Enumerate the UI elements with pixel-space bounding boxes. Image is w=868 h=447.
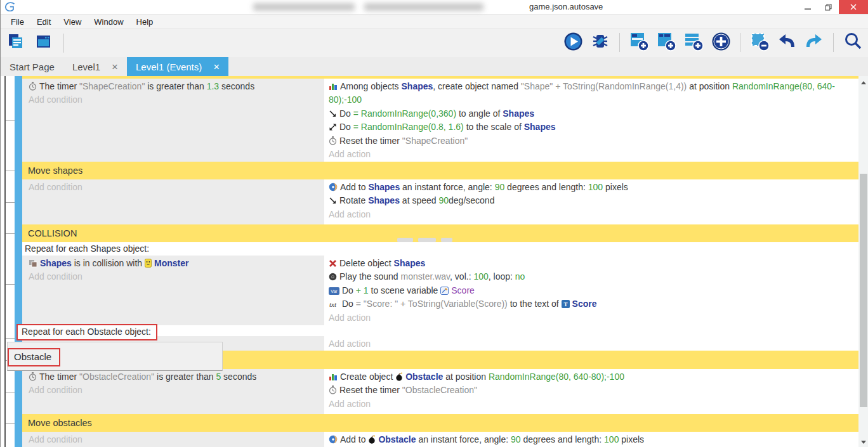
close-button[interactable] bbox=[839, 0, 868, 14]
search-button[interactable] bbox=[843, 32, 863, 53]
event-action[interactable]: Reset the timer "ObstacleCreation" bbox=[329, 384, 858, 397]
event-text-segment: Do bbox=[339, 108, 353, 119]
event-text-segment: Monster bbox=[154, 258, 188, 268]
add-condition-link[interactable]: Add condition bbox=[29, 93, 324, 107]
event-condition[interactable]: Shapes is in collision with Monster bbox=[29, 257, 324, 270]
triangle-down-icon bbox=[861, 441, 866, 444]
event-text-segment: to angle of bbox=[456, 108, 503, 119]
tab-bar: Start PageLevel1×Level1 (Events)× bbox=[1, 57, 868, 76]
add-condition-link[interactable]: Add condition bbox=[29, 433, 324, 446]
tab-close-icon[interactable]: × bbox=[112, 62, 118, 72]
remove-event-button[interactable] bbox=[749, 32, 770, 53]
menu-item-edit[interactable]: Edit bbox=[30, 15, 57, 29]
undo-button[interactable] bbox=[777, 32, 797, 53]
event-action[interactable]: VarDo + 1 to scene variable Score bbox=[329, 284, 858, 297]
event-text-segment: , create object named bbox=[433, 81, 521, 91]
event-action[interactable]: Delete object Shapes bbox=[329, 257, 858, 270]
add-event-button[interactable] bbox=[629, 32, 649, 53]
event-condition[interactable]: The timer "ShapeCreation" is greater tha… bbox=[29, 80, 324, 93]
force-icon bbox=[329, 434, 340, 444]
event-text-segment: Rotate bbox=[339, 195, 368, 205]
add-action-link[interactable]: Add action bbox=[329, 208, 858, 221]
add-comment-button[interactable] bbox=[683, 32, 704, 53]
add-action-link[interactable]: Add action bbox=[329, 398, 858, 411]
event-drag-bar[interactable] bbox=[15, 242, 22, 325]
event-rename-input[interactable]: Repeat for each Obstacle object: bbox=[16, 324, 157, 340]
add-condition-link[interactable]: Add condition bbox=[29, 384, 324, 397]
scale-icon bbox=[329, 122, 339, 132]
search-icon bbox=[843, 32, 863, 54]
event-text-segment: monster.wav bbox=[401, 271, 450, 282]
add-action-link[interactable]: Add action bbox=[329, 311, 858, 325]
event-text-segment: pixels bbox=[603, 182, 628, 192]
scrollbar-thumb[interactable] bbox=[860, 174, 867, 407]
event-header[interactable]: Repeat for each Shapes object: bbox=[22, 242, 858, 256]
menu-item-help[interactable]: Help bbox=[130, 15, 160, 29]
add-condition-link[interactable]: Add condition bbox=[29, 181, 324, 194]
event-condition[interactable]: The timer "ObstacleCreation" is greater … bbox=[29, 370, 324, 384]
event-drag-bar[interactable] bbox=[15, 179, 22, 224]
event-tree-tick bbox=[6, 338, 15, 339]
tab-level1[interactable]: Level1× bbox=[63, 57, 127, 76]
event-text-segment: The timer bbox=[39, 81, 79, 91]
event-text-segment: an instant force, angle: bbox=[400, 182, 494, 192]
event-drag-bar[interactable] bbox=[15, 432, 22, 447]
tab-label: Level1 bbox=[72, 62, 100, 72]
menu-item-view[interactable]: View bbox=[57, 15, 88, 29]
project-manager-button[interactable] bbox=[6, 33, 26, 53]
event-text-segment: Add action bbox=[329, 339, 371, 349]
tab-label: Level1 (Events) bbox=[136, 62, 202, 72]
event-text-segment: Obstacle bbox=[378, 434, 416, 444]
scroll-up-button[interactable] bbox=[858, 77, 868, 87]
menu-item-file[interactable]: File bbox=[4, 15, 30, 29]
event-action[interactable]: Create object Obstacle at position Rando… bbox=[329, 370, 858, 384]
add-action-link[interactable]: Add action bbox=[329, 148, 858, 161]
add-condition-link[interactable]: Add condition bbox=[29, 270, 324, 283]
event-action[interactable]: txtDo = "Score: " + ToString(Variable(Sc… bbox=[329, 297, 858, 311]
event-text-segment: to scene variable bbox=[369, 285, 441, 295]
autocomplete-item-obstacle[interactable]: Obstacle bbox=[8, 348, 60, 366]
play-button[interactable] bbox=[563, 32, 583, 53]
event-text-segment: Add condition bbox=[29, 94, 82, 105]
event-header[interactable]: Repeat for each Obstacle object: bbox=[22, 325, 858, 336]
event-drag-bar[interactable] bbox=[15, 162, 22, 179]
event-drag-bar[interactable] bbox=[15, 369, 22, 414]
event-drag-bar[interactable] bbox=[15, 414, 22, 432]
restore-button[interactable] bbox=[818, 0, 839, 14]
tab-label: Start Page bbox=[10, 62, 55, 72]
event-action[interactable]: Do = RandomInRange(0,360) to angle of Sh… bbox=[329, 107, 858, 120]
event-text-segment: Do bbox=[342, 285, 356, 295]
event-drag-bar[interactable] bbox=[15, 224, 22, 242]
tab-close-icon[interactable]: × bbox=[213, 62, 220, 72]
event-action[interactable]: Do = RandomInRange(0.8, 1.6) to the scal… bbox=[329, 120, 858, 134]
vertical-scrollbar[interactable] bbox=[858, 76, 868, 447]
menu-item-window[interactable]: Window bbox=[88, 15, 129, 29]
tab-level1-events-[interactable]: Level1 (Events)× bbox=[127, 57, 228, 76]
add-action-link[interactable]: Add action bbox=[329, 337, 858, 351]
debug-button[interactable] bbox=[590, 32, 610, 53]
event-action[interactable]: Among objects Shapes, create object name… bbox=[329, 80, 858, 107]
event-action[interactable]: Add to Obstacle an instant force, angle:… bbox=[329, 433, 858, 446]
scroll-down-button[interactable] bbox=[858, 437, 868, 447]
scene-editor-icon bbox=[35, 33, 53, 53]
redo-button[interactable] bbox=[804, 32, 824, 53]
tab-start-page[interactable]: Start Page bbox=[1, 57, 63, 76]
scene-editor-button[interactable] bbox=[34, 33, 54, 53]
event-tree-tick bbox=[6, 233, 15, 234]
event-action[interactable]: Reset the timer "ShapeCreation" bbox=[329, 134, 858, 148]
event-text-segment: = RandomInRange(0,360) bbox=[353, 108, 456, 119]
event-action[interactable]: Play the sound monster.wav, vol.: 100, l… bbox=[329, 270, 858, 283]
obstacle-icon bbox=[368, 434, 378, 444]
timer-icon bbox=[329, 385, 339, 395]
minimize-button[interactable] bbox=[797, 0, 818, 14]
event-action[interactable]: Add to Shapes an instant force, angle: 9… bbox=[329, 181, 858, 194]
add-new-button[interactable] bbox=[711, 32, 731, 53]
event-action[interactable]: Rotate Shapes at speed 90deg/second bbox=[329, 194, 858, 207]
title-bar: game.json.autosave bbox=[1, 0, 868, 15]
event-text-segment: 100 bbox=[473, 271, 488, 282]
event-drag-bar[interactable] bbox=[15, 79, 22, 162]
window-controls bbox=[797, 0, 868, 14]
actions-column: Create object Obstacle at position Rando… bbox=[324, 369, 858, 414]
event-tree-tick bbox=[6, 120, 15, 121]
add-subevent-button[interactable] bbox=[656, 32, 676, 53]
